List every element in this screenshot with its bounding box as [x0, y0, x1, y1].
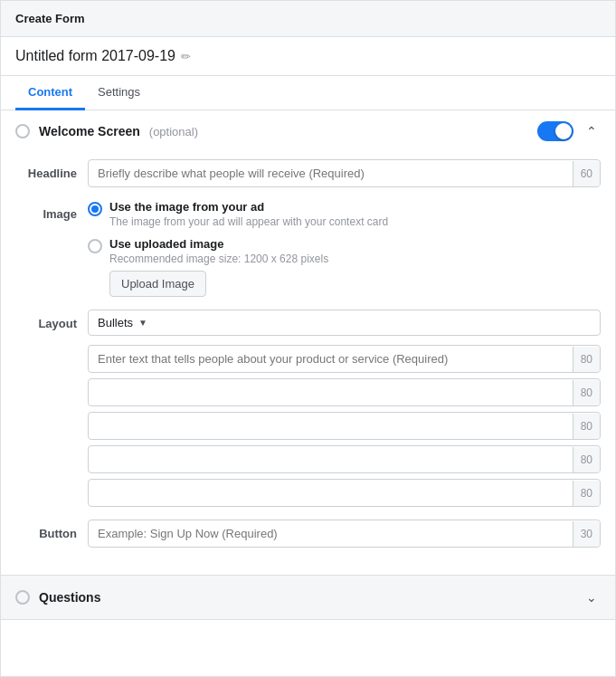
image-from-ad-title: Use the image from your ad: [109, 200, 601, 214]
welcome-screen-optional: (optional): [149, 125, 198, 138]
layout-label: Layout: [15, 310, 88, 330]
chevron-down-icon[interactable]: ⌄: [583, 588, 601, 606]
questions-section-header: Questions ⌄: [1, 576, 615, 619]
chevron-up-icon[interactable]: ⌃: [583, 122, 601, 140]
section-header-left: Welcome Screen (optional): [15, 124, 198, 138]
headline-label: Headline: [15, 159, 88, 180]
button-input[interactable]: [89, 520, 573, 547]
image-from-ad-text: Use the image from your ad The image fro…: [109, 200, 601, 228]
page-header-title: Create Form: [15, 12, 85, 25]
bullet-char-count-0: 80: [573, 347, 600, 372]
image-option-from-ad: Use the image from your ad The image fro…: [88, 200, 601, 228]
tab-settings[interactable]: Settings: [85, 76, 153, 110]
bullet-char-count-4: 80: [573, 481, 600, 506]
bullet-input-4[interactable]: [89, 480, 573, 506]
form-title-text: Untitled form 2017-09-19: [15, 48, 175, 64]
image-from-ad-subtitle: The image from your ad will appear with …: [109, 215, 601, 228]
image-uploaded-text: Use uploaded image Recommended image siz…: [109, 237, 601, 297]
bullet-char-count-2: 80: [573, 414, 600, 439]
welcome-screen-section: Welcome Screen (optional) ⌃ Headline 60: [1, 110, 615, 576]
image-label: Image: [15, 200, 88, 221]
headline-row: Headline 60: [15, 159, 601, 187]
bullet-input-2[interactable]: [89, 413, 573, 439]
questions-title: Questions: [39, 590, 100, 605]
image-uploaded-subtitle: Recommended image size: 1200 x 628 pixel…: [109, 253, 601, 265]
bullet-input-wrapper-3: 80: [88, 445, 601, 473]
radio-uploaded[interactable]: [88, 239, 102, 253]
bullet-input-wrapper-2: 80: [88, 412, 601, 440]
welcome-screen-body: Headline 60 Image Use the image fr: [1, 152, 615, 575]
page-wrapper: Create Form Untitled form 2017-09-19 ✏ C…: [0, 0, 616, 677]
bullet-input-wrapper-4: 80: [88, 479, 601, 507]
welcome-screen-radio[interactable]: [15, 124, 30, 138]
image-option-uploaded: Use uploaded image Recommended image siz…: [88, 237, 601, 297]
bullet-input-1[interactable]: [89, 379, 573, 405]
button-char-count: 30: [573, 521, 600, 547]
button-label: Button: [15, 520, 88, 540]
layout-content: Bullets ▼ 80 80: [88, 310, 601, 507]
radio-from-ad[interactable]: [88, 202, 102, 216]
edit-icon[interactable]: ✏: [181, 50, 191, 63]
questions-radio[interactable]: [15, 590, 30, 605]
image-row: Image Use the image from your ad The ima…: [15, 200, 601, 297]
questions-left: Questions: [15, 590, 100, 605]
bullet-char-count-1: 80: [573, 380, 600, 405]
welcome-screen-title: Welcome Screen: [39, 124, 140, 138]
page-header: Create Form: [1, 1, 615, 37]
button-content: 30: [88, 520, 601, 548]
image-options: Use the image from your ad The image fro…: [88, 200, 601, 297]
bullet-inputs: 80 80 80 80: [88, 345, 601, 507]
button-input-wrapper: 30: [88, 520, 601, 548]
bullet-input-0[interactable]: [89, 346, 573, 372]
tab-content[interactable]: Content: [15, 76, 85, 110]
bullet-input-wrapper-1: 80: [88, 378, 601, 406]
bullet-char-count-3: 80: [573, 447, 600, 472]
form-title-bar: Untitled form 2017-09-19 ✏: [1, 37, 615, 76]
questions-section: Questions ⌄: [1, 576, 615, 620]
welcome-screen-header: Welcome Screen (optional) ⌃: [1, 110, 615, 152]
bullet-input-wrapper-0: 80: [88, 345, 601, 373]
upload-image-button[interactable]: Upload Image: [109, 271, 206, 297]
image-uploaded-title: Use uploaded image: [109, 237, 601, 251]
layout-dropdown-arrow-icon: ▼: [138, 318, 147, 328]
tabs-bar: Content Settings: [1, 76, 615, 110]
button-row: Button 30: [15, 520, 601, 548]
headline-input[interactable]: [89, 160, 573, 186]
welcome-screen-toggle[interactable]: [537, 121, 573, 141]
layout-row: Layout Bullets ▼ 80 80: [15, 310, 601, 507]
section-header-right: ⌃: [537, 121, 601, 141]
layout-dropdown[interactable]: Bullets ▼: [88, 310, 601, 336]
layout-value: Bullets: [98, 316, 133, 329]
headline-input-wrapper: 60: [88, 159, 601, 187]
headline-content: 60: [88, 159, 601, 187]
bullet-input-3[interactable]: [89, 446, 573, 472]
headline-char-count: 60: [573, 161, 600, 186]
